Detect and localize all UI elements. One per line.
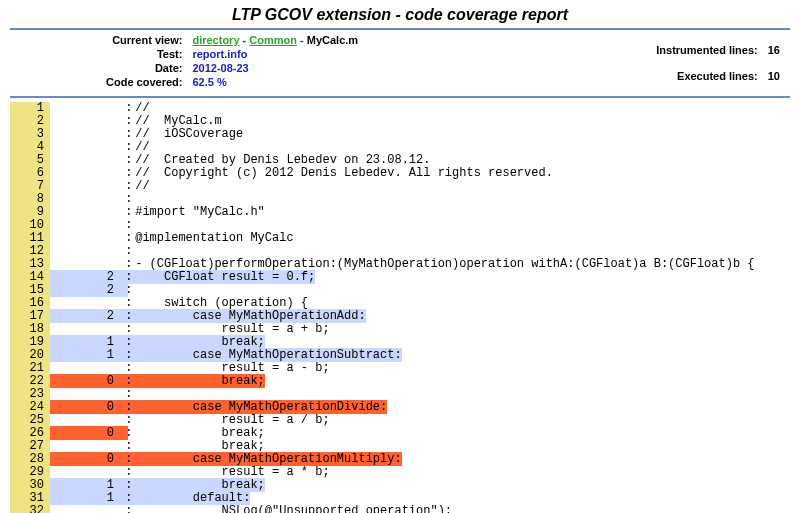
code-text: result = a / b; <box>128 413 330 427</box>
label-instrumented: Instrumented lines: <box>652 38 761 62</box>
code-text: case MyMathOperationDivide: <box>128 400 387 414</box>
label-test: Test: <box>102 48 186 60</box>
hit-count: 0 <box>50 427 118 440</box>
hit-count: 1 <box>50 349 118 362</box>
value-instrumented: 16 <box>764 38 784 62</box>
code-text <box>128 244 135 258</box>
code-text: result = a + b; <box>128 322 330 336</box>
source-code: 1234567891011121314151617181920212223242… <box>0 102 800 513</box>
page-title: LTP GCOV extension - code coverage repor… <box>0 0 800 28</box>
code-text: // Created by Denis Lebedev on 23.08.12. <box>128 153 430 167</box>
code-line: : // Copyright (c) 2012 Denis Lebedev. A… <box>50 167 800 180</box>
breadcrumb-current: MyCalc.m <box>307 34 358 46</box>
code-text: case MyMathOperationMultiply: <box>128 452 402 466</box>
code-text: break; <box>128 478 265 492</box>
code-text: break; <box>128 374 265 388</box>
code-line: : // iOSCoverage <box>50 128 800 141</box>
source-lines: : // : // MyCalc.m : // iOSCoverage : //… <box>50 102 800 513</box>
hit-count: 1 <box>50 492 118 505</box>
code-text: // <box>128 179 150 193</box>
value-test: report.info <box>188 48 362 60</box>
code-line: : #import "MyCalc.h" <box>50 206 800 219</box>
code-text: default: <box>128 491 250 505</box>
code-text: // iOSCoverage <box>128 127 243 141</box>
code-text: CGFloat result = 0.f; <box>128 270 315 284</box>
code-text: // <box>128 101 150 115</box>
code-text: break; <box>128 439 265 453</box>
code-line: 0 : break; <box>50 375 800 388</box>
code-text: NSLog(@"Unsupported operation"); <box>128 504 452 513</box>
label-current-view: Current view: <box>102 34 186 46</box>
code-text: result = a - b; <box>128 361 330 375</box>
hit-count: 0 <box>50 401 118 414</box>
code-text: // Copyright (c) 2012 Denis Lebedev. All… <box>128 166 553 180</box>
header-right: Instrumented lines: 16 Executed lines: 1… <box>650 32 786 90</box>
code-line: : @implementation MyCalc <box>50 232 800 245</box>
hit-count: 2 <box>50 310 118 323</box>
code-text: #import "MyCalc.h" <box>128 205 265 219</box>
code-text: // MyCalc.m <box>128 114 222 128</box>
breadcrumb: directory - Common - MyCalc.m <box>188 34 362 46</box>
value-date: 2012-08-23 <box>188 62 362 74</box>
hit-count: 2 <box>50 284 118 297</box>
line-number: 32 <box>14 505 44 513</box>
label-executed: Executed lines: <box>652 64 761 88</box>
breadcrumb-common[interactable]: Common <box>249 34 297 46</box>
code-text <box>128 192 135 206</box>
hit-count: 0 <box>50 375 118 388</box>
code-text <box>128 283 135 297</box>
code-text <box>128 387 135 401</box>
header: Current view: directory - Common - MyCal… <box>0 30 800 94</box>
value-coverage: 62.5 % <box>188 76 362 88</box>
code-text: break; <box>128 426 265 440</box>
value-executed: 10 <box>764 64 784 88</box>
header-left: Current view: directory - Common - MyCal… <box>100 32 364 90</box>
label-coverage: Code covered: <box>102 76 186 88</box>
code-text: case MyMathOperationAdd: <box>128 309 366 323</box>
code-text: break; <box>128 335 265 349</box>
hit-count: 0 <box>50 453 118 466</box>
code-line: : NSLog(@"Unsupported operation"); <box>50 505 800 513</box>
divider-bottom <box>10 96 790 98</box>
label-date: Date: <box>102 62 186 74</box>
code-text: @implementation MyCalc <box>128 231 294 245</box>
code-line: 2 : CGFloat result = 0.f; <box>50 271 800 284</box>
line-gutter: 1234567891011121314151617181920212223242… <box>10 102 50 513</box>
code-text: - (CGFloat)performOperation:(MyMathOpera… <box>128 257 755 271</box>
code-text: switch (operation) { <box>128 296 308 310</box>
code-text: case MyMathOperationSubtract: <box>128 348 402 362</box>
breadcrumb-directory[interactable]: directory <box>192 34 239 46</box>
code-line: : // <box>50 180 800 193</box>
code-text <box>128 218 135 232</box>
code-text: // <box>128 140 150 154</box>
code-text: result = a * b; <box>128 465 330 479</box>
